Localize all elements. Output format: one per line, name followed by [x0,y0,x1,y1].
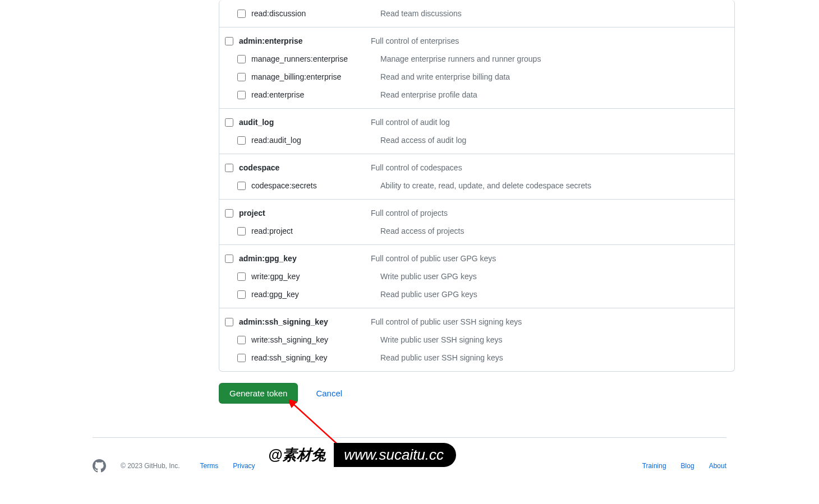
scope-description: Full control of projects [368,209,729,218]
scope-row-parent: admin:enterpriseFull control of enterpri… [219,32,734,50]
scope-row-parent: codespaceFull control of codespaces [219,159,734,177]
scope-group: admin:ssh_signing_keyFull control of pub… [219,308,734,371]
scope-group: projectFull control of projectsread:proj… [219,199,734,244]
scope-label: codespace:secrets [251,181,317,190]
github-logo-icon [93,459,106,473]
footer-copyright: © 2023 GitHub, Inc. [121,462,180,470]
scope-row-child: read:audit_logRead access of audit log [219,131,734,149]
scope-row-parent: admin:gpg_keyFull control of public user… [219,249,734,267]
scope-description: Full control of audit log [368,118,729,127]
scope-checkbox[interactable] [225,37,233,45]
scope-label: project [239,209,265,218]
scope-group: codespaceFull control of codespacescodes… [219,154,734,199]
scope-description: Full control of enterprises [368,36,729,45]
scope-label: write:ssh_signing_key [251,335,328,344]
scope-row-child: read:discussionRead team discussions [219,4,734,22]
scope-description: Manage enterprise runners and runner gro… [380,54,729,63]
scope-checkbox[interactable] [237,227,246,235]
scope-row-child: read:ssh_signing_keyRead public user SSH… [219,349,734,367]
form-actions: Generate token Cancel [219,383,735,432]
scope-checkbox[interactable] [237,336,246,344]
scope-checkbox[interactable] [237,10,246,18]
scope-checkbox[interactable] [225,255,233,263]
page-footer: © 2023 GitHub, Inc. Terms Privacy Traini… [93,438,726,484]
scope-checkbox[interactable] [225,209,233,218]
scope-description: Read access of projects [380,226,729,235]
cancel-link[interactable]: Cancel [316,389,342,398]
scope-row-parent: admin:ssh_signing_keyFull control of pub… [219,313,734,331]
scope-row-child: write:gpg_keyWrite public user GPG keys [219,267,734,285]
scope-description: Full control of public user SSH signing … [368,317,729,326]
scope-row-child: manage_billing:enterpriseRead and write … [219,68,734,86]
scope-label: manage_runners:enterprise [251,54,348,63]
scope-checkbox[interactable] [237,55,246,63]
scope-checkbox[interactable] [237,91,246,99]
scope-description: Read public user SSH signing keys [380,353,729,362]
scope-description: Read access of audit log [380,136,729,145]
scope-checkbox[interactable] [237,182,246,190]
footer-link-privacy[interactable]: Privacy [233,462,255,470]
scope-description: Read and write enterprise billing data [380,72,729,81]
scope-checkbox[interactable] [237,290,246,299]
scope-description: Read team discussions [380,9,729,18]
scope-group: read:discussionRead team discussions [219,0,734,27]
scope-label: read:discussion [251,9,306,18]
scope-label: admin:enterprise [239,36,303,45]
scope-label: read:project [251,226,293,235]
scope-label: read:ssh_signing_key [251,353,327,362]
scope-description: Ability to create, read, update, and del… [380,181,729,190]
scope-row-child: codespace:secretsAbility to create, read… [219,177,734,195]
scope-row-child: write:ssh_signing_keyWrite public user S… [219,331,734,349]
scope-checkbox[interactable] [237,272,246,281]
scope-group: audit_logFull control of audit logread:a… [219,108,734,154]
scope-row-child: read:gpg_keyRead public user GPG keys [219,285,734,303]
scope-label: read:enterprise [251,90,304,99]
scope-checkbox[interactable] [237,354,246,362]
footer-link-blog[interactable]: Blog [681,462,694,470]
scope-row-child: read:enterpriseRead enterprise profile d… [219,86,734,104]
scope-row-child: manage_runners:enterpriseManage enterpri… [219,50,734,68]
scope-description: Full control of public user GPG keys [368,254,729,263]
scope-label: admin:gpg_key [239,254,297,263]
scope-row-parent: projectFull control of projects [219,204,734,222]
scope-description: Write public user SSH signing keys [380,335,729,344]
footer-link-about[interactable]: About [709,462,726,470]
scope-checkbox[interactable] [225,164,233,172]
scope-label: write:gpg_key [251,272,300,281]
scope-label: codespace [239,163,279,172]
scope-label: read:gpg_key [251,290,299,299]
scope-description: Full control of codespaces [368,163,729,172]
footer-link-terms[interactable]: Terms [200,462,219,470]
scope-description: Read enterprise profile data [380,90,729,99]
footer-link-training[interactable]: Training [642,462,666,470]
scope-description: Write public user GPG keys [380,272,729,281]
scope-checkbox[interactable] [237,73,246,81]
scope-row-parent: audit_logFull control of audit log [219,113,734,131]
scope-checkbox[interactable] [225,118,233,127]
scope-row-child: read:projectRead access of projects [219,222,734,240]
scope-label: manage_billing:enterprise [251,72,341,81]
scope-label: admin:ssh_signing_key [239,317,328,326]
scope-group: admin:enterpriseFull control of enterpri… [219,27,734,108]
scope-description: Read public user GPG keys [380,290,729,299]
scope-checkbox[interactable] [225,318,233,326]
scopes-panel: read:discussionRead team discussionsadmi… [219,0,735,372]
scope-label: audit_log [239,118,274,127]
scope-label: read:audit_log [251,136,301,145]
scope-checkbox[interactable] [237,136,246,145]
scope-group: admin:gpg_keyFull control of public user… [219,244,734,308]
generate-token-button[interactable]: Generate token [219,383,298,404]
